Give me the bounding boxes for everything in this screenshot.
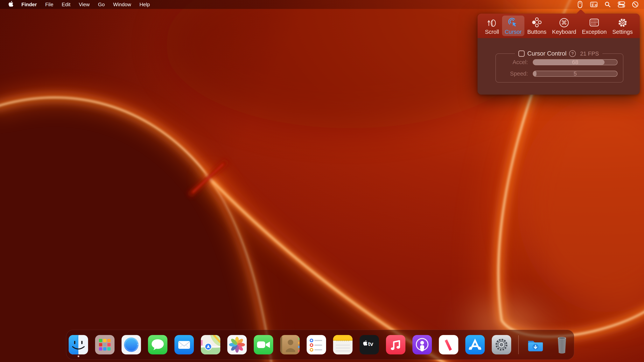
menu-item-view[interactable]: View	[79, 1, 90, 7]
mouse-settings-popover: Scroll Cursor	[478, 13, 640, 95]
podcasts-icon	[412, 335, 432, 355]
dock-item-app-store[interactable]	[465, 335, 485, 355]
mouse-buttons-icon	[532, 17, 542, 28]
dock-item-messages[interactable]	[148, 335, 168, 355]
facetime-icon	[254, 335, 273, 355]
apple-menu[interactable]	[8, 0, 14, 8]
menu-item-window[interactable]: Window	[113, 1, 131, 7]
tab-label: Cursor	[505, 29, 522, 35]
accel-label: Accel:	[496, 59, 528, 65]
dock: tv	[66, 330, 574, 360]
finder-icon	[69, 335, 88, 355]
control-center-icon[interactable]	[618, 1, 625, 8]
dock-item-photos[interactable]	[227, 335, 247, 355]
svg-text:⌘: ⌘	[594, 4, 597, 7]
tab-label: Scroll	[485, 29, 499, 35]
tab-label: Keyboard	[552, 29, 576, 35]
dock-item-downloads[interactable]	[526, 335, 545, 355]
dock-divider	[518, 335, 519, 354]
music-icon	[386, 335, 406, 355]
app-menus: Finder File Edit View Go Window Help	[22, 1, 150, 7]
dock-item-trash[interactable]	[552, 335, 572, 355]
apple-logo-icon	[8, 0, 14, 8]
running-indicator-finder	[78, 356, 79, 357]
cursor-click-icon	[508, 17, 518, 28]
tab-cursor[interactable]: Cursor	[502, 15, 524, 36]
svg-text:tv: tv	[368, 341, 373, 347]
mail-icon	[174, 335, 194, 355]
tab-label: Settings	[612, 29, 633, 35]
accel-row: Accel: 68	[496, 59, 623, 65]
system-preferences-icon	[492, 335, 511, 355]
desktop: Finder File Edit View Go Window Help ⌘	[0, 0, 644, 362]
tab-label: Buttons	[527, 29, 546, 35]
menu-bar-status-icons: ⌘	[576, 1, 639, 8]
news-icon	[439, 335, 458, 355]
tab-settings[interactable]: Settings	[610, 15, 636, 36]
dock-item-tv[interactable]: tv	[360, 335, 379, 355]
tab-exception[interactable]: Exception	[579, 15, 610, 36]
speed-value: 5	[533, 71, 617, 76]
accel-slider[interactable]: 68	[533, 59, 618, 65]
cursor-control-checkbox[interactable]	[518, 50, 524, 57]
trash-icon	[552, 335, 572, 355]
dock-item-facetime[interactable]	[254, 335, 273, 355]
safari-icon	[122, 335, 141, 355]
dock-item-news[interactable]	[439, 335, 458, 355]
cursor-pane: Cursor Control ? 21 FPS Accel: 68 Speed:	[478, 38, 640, 95]
question-mark-glyph: ?	[572, 51, 574, 56]
tab-scroll[interactable]: Scroll	[482, 15, 502, 36]
popover-toolbar: Scroll Cursor	[478, 13, 640, 38]
menu-bar: Finder File Edit View Go Window Help ⌘	[0, 0, 644, 9]
dock-item-launchpad[interactable]	[95, 335, 114, 355]
dock-item-podcasts[interactable]	[412, 335, 432, 355]
dock-item-safari[interactable]	[122, 335, 141, 355]
menu-item-edit[interactable]: Edit	[62, 1, 70, 7]
app-exception-icon	[589, 17, 600, 28]
dock-item-maps[interactable]	[201, 335, 220, 355]
tab-keyboard[interactable]: ⌘ Keyboard	[549, 15, 579, 36]
dock-item-notes[interactable]	[333, 335, 352, 355]
command-key-icon: ⌘	[559, 17, 569, 28]
menu-item-go[interactable]: Go	[98, 1, 105, 7]
launchpad-icon	[95, 335, 114, 355]
dock-item-music[interactable]	[386, 335, 406, 355]
photos-icon	[227, 335, 247, 355]
shortcuts-panel-icon[interactable]: ⌘	[590, 1, 598, 8]
maps-icon	[201, 335, 220, 355]
dock-item-system-preferences[interactable]	[492, 335, 511, 355]
tab-label: Exception	[582, 29, 607, 35]
downloads-folder-icon	[526, 335, 545, 355]
menu-item-finder[interactable]: Finder	[22, 1, 37, 7]
contacts-icon	[280, 335, 300, 355]
cursor-settings-group: Accel: 68 Speed: 5	[496, 53, 624, 83]
apple-tv-icon: tv	[360, 335, 379, 355]
accel-value: 68	[533, 60, 617, 65]
focus-mode-icon[interactable]	[632, 1, 639, 8]
speed-slider[interactable]: 5	[533, 71, 618, 77]
menu-item-file[interactable]: File	[45, 1, 53, 7]
dock-item-mail[interactable]	[174, 335, 194, 355]
fps-readout: 21 FPS	[580, 50, 599, 57]
reminders-icon	[307, 335, 326, 355]
scroll-wheel-icon	[487, 17, 497, 28]
notes-icon	[333, 335, 352, 355]
dock-item-reminders[interactable]	[307, 335, 326, 355]
mouse-icon[interactable]	[576, 1, 584, 8]
speed-row: Speed: 5	[496, 70, 623, 77]
cursor-control-row: Cursor Control ? 21 FPS	[478, 50, 640, 57]
speed-label: Speed:	[496, 70, 528, 77]
spotlight-search-icon[interactable]	[604, 1, 611, 8]
messages-icon	[148, 335, 168, 355]
tab-buttons[interactable]: Buttons	[524, 15, 549, 36]
menu-item-help[interactable]: Help	[140, 1, 150, 7]
help-button[interactable]: ?	[569, 50, 576, 57]
gear-icon	[617, 17, 628, 28]
app-store-icon	[465, 335, 485, 355]
svg-text:⌘: ⌘	[561, 19, 567, 26]
cursor-control-label[interactable]: Cursor Control	[527, 50, 566, 57]
dock-item-contacts[interactable]	[280, 335, 300, 355]
dock-item-finder[interactable]	[69, 335, 88, 355]
